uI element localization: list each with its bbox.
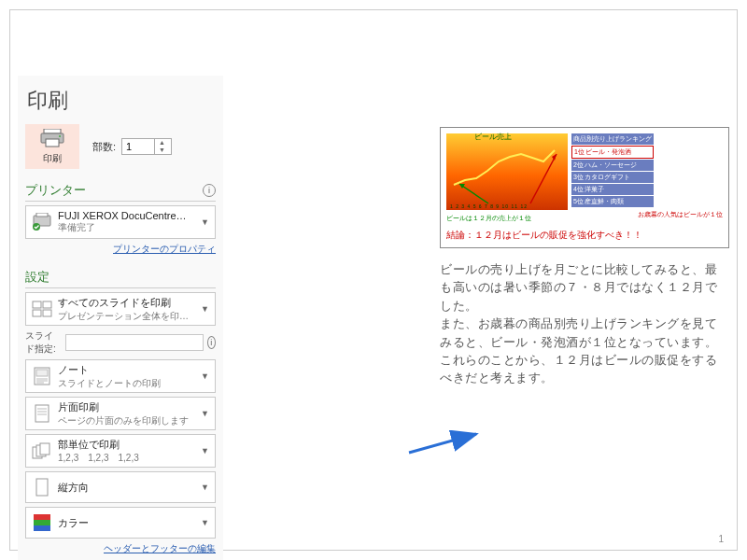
layout-select[interactable]: ノート スライドとノートの印刷 ▼ <box>25 359 216 393</box>
collate-line1: 部単位で印刷 <box>58 438 197 452</box>
slide-spec-label: スライド指定: <box>25 329 62 356</box>
color-select[interactable]: カラー ▼ <box>25 507 216 539</box>
rank-item: 2位ハム・ソーセージ <box>571 160 654 171</box>
printer-ready-icon <box>32 212 52 232</box>
print-button-label: 印刷 <box>43 152 62 165</box>
slide-spec-input[interactable] <box>65 334 204 351</box>
layout-line2: スライドとノートの印刷 <box>58 377 197 390</box>
collate-icon <box>32 441 52 461</box>
svg-rect-16 <box>35 405 49 422</box>
printer-status: 準備完了 <box>58 221 197 234</box>
print-preview: ビール売上 1 2 3 4 5 6 7 8 9 10 11 12 商品別売り上げ… <box>440 127 729 388</box>
single-side-icon <box>32 403 52 424</box>
chevron-down-icon: ▼ <box>201 518 209 527</box>
sides-line2: ページの片面のみを印刷します <box>58 414 197 427</box>
header-footer-link[interactable]: ヘッダーとフッターの編集 <box>25 542 216 555</box>
svg-line-28 <box>459 184 488 203</box>
printer-icon <box>40 129 64 150</box>
spinner-down-icon[interactable]: ▼ <box>155 147 169 154</box>
svg-rect-5 <box>36 213 48 217</box>
printer-properties-link[interactable]: プリンターのプロパティ <box>25 243 216 256</box>
sides-line1: 片面印刷 <box>58 400 197 414</box>
slides-all-icon <box>32 299 52 319</box>
printer-select[interactable]: FUJI XEROX DocuCentre… 準備完了 ▼ <box>25 205 216 239</box>
page-number: 1 <box>718 534 724 544</box>
chevron-down-icon: ▼ <box>201 409 209 418</box>
svg-line-25 <box>409 434 476 453</box>
range-line1: すべてのスライドを印刷 <box>58 296 197 310</box>
orientation-select[interactable]: 縦方向 ▼ <box>25 471 216 503</box>
note-red: お歳暮の人気はビールが１位 <box>638 210 723 219</box>
svg-rect-0 <box>44 129 61 133</box>
rank-item: 4位洋菓子 <box>571 184 654 195</box>
slide-thumbnail: ビール売上 1 2 3 4 5 6 7 8 9 10 11 12 商品別売り上げ… <box>440 127 729 248</box>
svg-rect-9 <box>33 310 41 316</box>
svg-rect-10 <box>43 310 51 316</box>
range-line2: プレゼンテーション全体を印刷し… <box>58 310 197 323</box>
copies-spinner[interactable]: ▲ ▼ <box>121 138 172 155</box>
rank-heading: 商品別売り上げランキング <box>571 133 654 145</box>
orient-line1: 縦方向 <box>58 481 197 495</box>
notes-body: ビールの売り上げを月ごとに比較してみると、最も高いのは暑い季節の７・８月ではなく… <box>440 261 729 388</box>
svg-rect-22 <box>40 443 49 455</box>
chevron-down-icon: ▼ <box>201 217 209 227</box>
chevron-down-icon: ▼ <box>201 371 209 381</box>
collate-line2: 1,2,3 1,2,3 1,2,3 <box>58 452 197 465</box>
chevron-down-icon: ▼ <box>201 446 209 455</box>
sides-select[interactable]: 片面印刷 ページの片面のみを印刷します ▼ <box>25 397 216 430</box>
spinner-up-icon[interactable]: ▲ <box>155 139 169 147</box>
conclusion-text: 結論：１２月はビールの販促を強化すべき！！ <box>446 229 723 242</box>
printer-info-icon[interactable]: i <box>203 184 216 197</box>
portrait-icon <box>32 477 52 497</box>
copies-label: 部数: <box>92 140 116 154</box>
color-line1: カラー <box>58 516 197 530</box>
chevron-down-icon: ▼ <box>201 304 209 314</box>
svg-point-2 <box>59 135 61 137</box>
collate-select[interactable]: 部単位で印刷 1,2,3 1,2,3 1,2,3 ▼ <box>25 434 216 468</box>
page-title: 印刷 <box>27 87 216 115</box>
svg-point-6 <box>33 223 40 231</box>
layout-line1: ノート <box>58 363 197 377</box>
settings-section-heading: 設定 <box>25 269 49 286</box>
color-icon <box>32 512 52 533</box>
copies-input[interactable] <box>122 141 154 152</box>
svg-rect-12 <box>36 370 48 376</box>
chevron-down-icon: ▼ <box>201 483 209 492</box>
rank-item: 3位カタログギフト <box>571 172 654 183</box>
print-button[interactable]: 印刷 <box>25 124 79 169</box>
printer-name: FUJI XEROX DocuCentre… <box>58 210 197 221</box>
notes-layout-icon <box>32 366 52 386</box>
ranking-box: 商品別売り上げランキング 1位ビール・発泡酒2位ハム・ソーセージ3位カタログギフ… <box>571 133 654 207</box>
printer-section-heading: プリンター <box>25 182 86 199</box>
rank-item: 5位産直鮮・肉類 <box>571 196 654 207</box>
rank-item: 1位ビール・発泡酒 <box>571 146 654 159</box>
slide-spec-info-icon[interactable]: i <box>207 336 216 349</box>
print-range-select[interactable]: すべてのスライドを印刷 プレゼンテーション全体を印刷し… ▼ <box>25 292 216 326</box>
mini-chart: ビール売上 1 2 3 4 5 6 7 8 9 10 11 12 <box>446 133 568 210</box>
blue-arrow-icon <box>407 430 482 456</box>
svg-rect-3 <box>46 139 59 147</box>
note-green: ビールは１２月の売上が１位 <box>446 214 531 223</box>
svg-rect-7 <box>33 301 41 308</box>
svg-rect-23 <box>36 479 48 496</box>
svg-rect-8 <box>43 301 51 308</box>
svg-marker-27 <box>552 154 557 161</box>
